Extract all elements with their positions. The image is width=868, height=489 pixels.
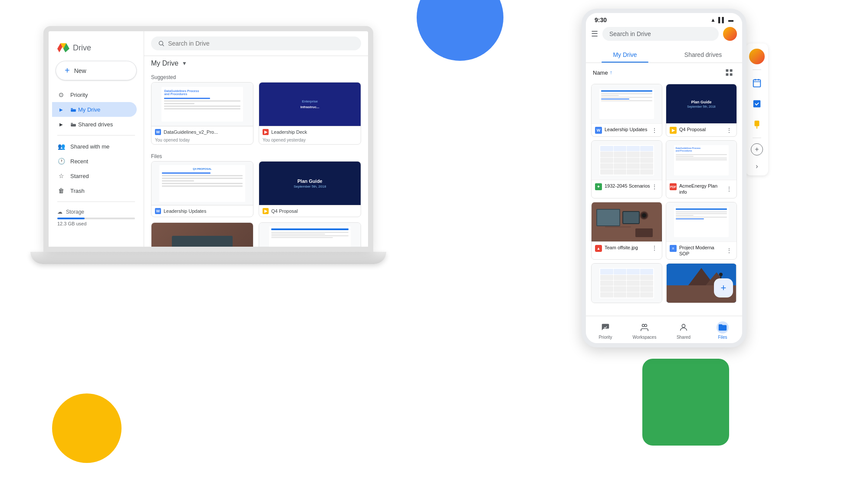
phone-nav-priority[interactable]: Priority xyxy=(586,320,625,341)
right-panel-avatar[interactable] xyxy=(749,49,765,64)
phone-file-mountain[interactable]: + xyxy=(666,263,737,303)
phone-file-info-moderna: ≡ Project Moderna SOP ⋮ xyxy=(666,241,736,260)
file-card-teamoffsite-desktop[interactable] xyxy=(151,222,253,247)
phone-filename-moderna: Project Moderna SOP xyxy=(679,244,725,257)
phone-file-moderna[interactable]: ≡ Project Moderna SOP ⋮ xyxy=(666,202,737,260)
svg-rect-19 xyxy=(635,228,653,237)
drive-logo-text: Drive xyxy=(73,43,91,53)
file-icon-slides: ▶ xyxy=(670,127,677,134)
right-panel-calendar[interactable] xyxy=(749,75,765,91)
sidebar-item-recent[interactable]: 🕐 Recent xyxy=(52,154,137,169)
right-panel-divider xyxy=(753,69,761,70)
phone-files-grid: W Leadership Updates ⋮ Plan Guide Septem… xyxy=(586,82,742,305)
svg-rect-18 xyxy=(605,226,631,228)
storage-used-text: 12.3 GB used xyxy=(57,221,135,226)
sidebar-label-mydrive: My Drive xyxy=(78,106,100,113)
sidebar-label-recent: Recent xyxy=(70,158,88,165)
drive-main: My Drive ▼ Suggested DataGuidelines Proc… xyxy=(144,31,368,247)
phone-filename-leadershipupdates: Leadership Updates xyxy=(605,126,647,132)
phone-more-moderna[interactable]: ⋮ xyxy=(725,247,733,254)
file-thumb-q4: Q4 PROPOSAL xyxy=(151,162,253,205)
phone-avatar[interactable] xyxy=(723,27,737,41)
breadcrumb-row: My Drive ▼ xyxy=(144,56,368,71)
grid-toggle-button[interactable] xyxy=(723,66,735,79)
phone-more-q4proposal[interactable]: ⋮ xyxy=(725,127,733,134)
phone-files-wrapper: W Leadership Updates ⋮ Plan Guide Septem… xyxy=(586,82,742,316)
sidebar-item-starred[interactable]: ☆ Starred xyxy=(52,169,137,183)
tab-mydrive[interactable]: My Drive xyxy=(586,48,664,63)
file-name-leadershipdeck: Leadership Deck xyxy=(271,129,357,135)
plus-icon: + xyxy=(65,66,70,76)
sidebar-item-mydrive[interactable]: ▶ My Drive xyxy=(52,102,137,117)
breadcrumb-dropdown-icon[interactable]: ▼ xyxy=(182,60,187,66)
file-icon-w: W xyxy=(595,127,602,134)
phone-thumb-q4proposal: Plan Guide September 5th, 2018 xyxy=(666,84,736,123)
mydrive-expand-icon: ▶ xyxy=(57,106,65,113)
svg-rect-7 xyxy=(730,69,733,72)
sidebar-item-priority[interactable]: ⊙ Priority xyxy=(52,87,137,102)
sort-arrow-icon: ↑ xyxy=(610,69,612,76)
bg-yellow-circle xyxy=(52,393,122,463)
file-date-leadershipdeck: You opened yesterday xyxy=(259,138,361,144)
status-icons: ▲ ▌▌ ▬ xyxy=(710,17,733,23)
phone-file-q4proposal[interactable]: Plan Guide September 5th, 2018 ▶ Q4 Prop… xyxy=(666,84,737,137)
tab-shareddrives[interactable]: Shared drives xyxy=(664,48,742,63)
phone-search-bar[interactable]: Search in Drive xyxy=(602,27,719,41)
bg-blue-circle xyxy=(417,0,503,61)
phone-file-acmeenergy[interactable]: DataGuidelines Processand Procedures PDF… xyxy=(666,140,737,198)
phone-nav-files[interactable]: Files xyxy=(703,320,742,341)
phone-nav-workspaces[interactable]: Workspaces xyxy=(625,320,664,341)
right-panel-add-button[interactable]: + xyxy=(751,143,763,155)
file-card-planGuide-desktop[interactable]: Plan Guide September 5th, 2018 ▶ Q4 Prop… xyxy=(259,161,361,217)
phone-search-row: ☰ Search in Drive xyxy=(586,25,742,44)
storage-label: ☁ Storage xyxy=(57,209,135,215)
phone-more-leadershipupdates[interactable]: ⋮ xyxy=(651,127,658,134)
file-name-planGuide: Q4 Proposal xyxy=(271,208,357,214)
file-type-icon-slides-2: ▶ xyxy=(263,208,269,214)
sidebar-item-trash[interactable]: 🗑 Trash xyxy=(52,183,137,198)
nav-label-shared: Shared xyxy=(677,335,690,340)
right-panel-tasks[interactable] xyxy=(749,96,765,112)
phone-file-leadershipupdates[interactable]: W Leadership Updates ⋮ xyxy=(591,84,662,137)
new-button[interactable]: + New xyxy=(56,61,137,80)
search-icon xyxy=(158,40,164,47)
right-panel-keep[interactable] xyxy=(749,117,765,132)
file-card-leadershipdeck[interactable]: Enterprise Infrastruc... ▶ Leadership De… xyxy=(259,82,361,145)
right-panel-chevron[interactable]: › xyxy=(756,162,758,170)
nav-files-icon xyxy=(717,321,729,334)
svg-point-17 xyxy=(642,213,646,218)
sort-name: Name xyxy=(593,69,608,76)
phone-file-scenarios[interactable]: ✦ 1932-2045 Scenarios ⋮ xyxy=(591,140,662,198)
phone-thumb-acmeenergy: DataGuidelines Processand Procedures xyxy=(666,141,736,180)
sidebar-item-sharedwithme[interactable]: 👥 Shared with me xyxy=(52,139,137,154)
phone-menu-icon[interactable]: ☰ xyxy=(591,29,598,39)
phone-thumb-teamoffsite xyxy=(592,202,662,241)
phone-more-acmeenergy[interactable]: ⋮ xyxy=(725,185,733,192)
file-card-q4proposal-desktop[interactable]: Q4 PROPOSAL W Leadership Upda xyxy=(151,161,253,217)
svg-rect-33 xyxy=(753,100,761,108)
file-card-dataguidelines[interactable]: DataGuidelines Processand Procedures W D… xyxy=(151,82,253,145)
laptop-screen: Drive + New ⊙ Priority ▶ My Drive xyxy=(43,26,373,252)
sidebar-divider xyxy=(57,135,135,135)
search-input[interactable] xyxy=(168,40,354,47)
sharedwithme-icon: 👥 xyxy=(57,142,65,150)
phone-file-teamoffsite[interactable]: ▲ Team offsite.jpg ⋮ xyxy=(591,202,662,260)
phone-more-scenarios[interactable]: ⋮ xyxy=(651,183,658,190)
file-thumb-meetingnotes xyxy=(259,223,361,247)
file-card-meetingnotes-desktop[interactable] xyxy=(259,222,361,247)
phone-file-info-acmeenergy: PDF AcmeEnergy Plan info ⋮ xyxy=(666,180,736,198)
phone-more-teamoffsite[interactable]: ⋮ xyxy=(651,244,658,251)
phone-filename-scenarios: 1932-2045 Scenarios xyxy=(605,183,650,189)
phone-tabs: My Drive Shared drives xyxy=(586,44,742,63)
phone-fab-button[interactable]: + xyxy=(714,278,733,297)
sidebar-item-shareddrives[interactable]: ▶ Shared drives xyxy=(52,117,137,132)
sort-label[interactable]: Name ↑ xyxy=(593,69,612,76)
storage-section: ☁ Storage 12.3 GB used xyxy=(52,205,140,230)
laptop-base xyxy=(30,252,386,264)
file-icon-docblue: ≡ xyxy=(670,245,677,252)
phone-file-info-scenarios: ✦ 1932-2045 Scenarios ⋮ xyxy=(592,180,662,193)
search-bar[interactable] xyxy=(151,36,361,50)
nav-label-files: Files xyxy=(718,335,727,340)
phone-file-sheet2[interactable] xyxy=(591,263,662,303)
phone-nav-shared[interactable]: Shared xyxy=(664,320,703,341)
